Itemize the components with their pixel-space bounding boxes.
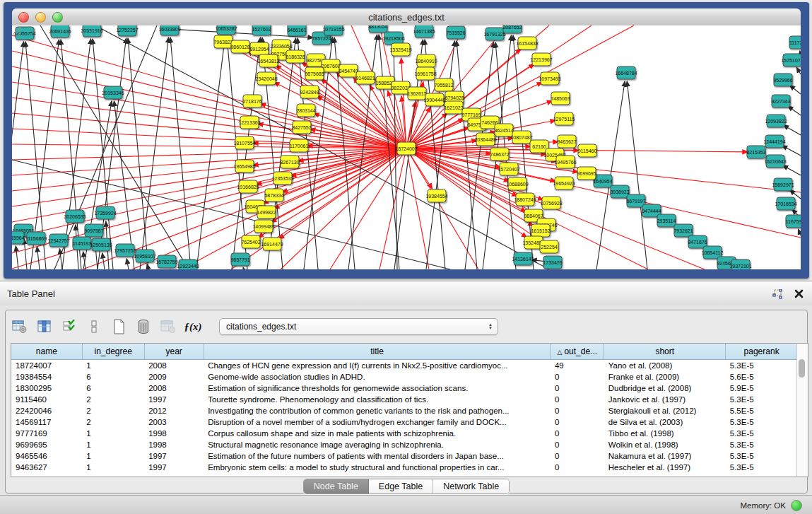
graph-node[interactable]: 2935114 xyxy=(657,214,676,228)
graph-node[interactable]: 252254 xyxy=(540,240,559,254)
graph-node[interactable]: 1733426 xyxy=(543,256,563,269)
graph-node[interactable]: 9115460 xyxy=(578,144,597,158)
graph-node[interactable]: 20364486 xyxy=(476,133,495,146)
graph-node[interactable]: 1145193 xyxy=(73,237,92,250)
table-row[interactable]: 969969511998Structural magnetic resonanc… xyxy=(11,439,797,450)
graph-node[interactable]: 10653287 xyxy=(217,25,236,35)
table-row[interactable]: 1830029562008Estimation of significance … xyxy=(11,382,797,394)
graph-node[interactable]: 12213363 xyxy=(240,116,259,129)
graph-node[interactable]: 7955812 xyxy=(435,78,454,92)
column-header-pagerank[interactable]: pagerank xyxy=(726,344,797,360)
graph-node[interactable]: 16782759 xyxy=(158,255,177,269)
graph-node[interactable]: 9463627 xyxy=(558,135,577,148)
new-column-icon[interactable] xyxy=(110,318,127,335)
graph-node[interactable]: 19384554 xyxy=(428,189,447,203)
graph-node[interactable]: 17016534 xyxy=(777,197,796,211)
graph-node[interactable]: 8186328 xyxy=(286,50,305,64)
graph-node[interactable]: 1167533 xyxy=(786,215,801,228)
graph-node[interactable]: 19654985 xyxy=(235,160,254,173)
table-row[interactable]: 911546021997Tourette syndrome. Phenomeno… xyxy=(11,394,797,405)
table-row[interactable]: 1872400712008Changes of HCN gene express… xyxy=(11,360,797,372)
graph-node[interactable]: 14099489 xyxy=(254,220,273,233)
graph-node[interactable]: 16791325 xyxy=(486,28,505,41)
tab-node-table[interactable]: Node Table xyxy=(304,479,369,493)
graph-node[interactable]: 16543812 xyxy=(259,54,278,68)
graph-node[interactable]: 2087652 xyxy=(503,25,522,34)
table-row[interactable]: 946362711997Embryonic stem cells: a mode… xyxy=(11,462,797,473)
graph-node[interactable]: 1621022 xyxy=(445,101,464,115)
hide-columns-icon[interactable] xyxy=(86,318,102,335)
graph-node[interactable]: 12975115 xyxy=(555,112,574,126)
table-settings-icon[interactable] xyxy=(11,318,28,335)
graph-node[interactable]: 2803144 xyxy=(297,104,316,117)
graph-node[interactable]: 9860128 xyxy=(231,40,250,54)
graph-node[interactable]: 1117352 xyxy=(789,36,801,49)
graph-node[interactable]: 18107554 xyxy=(235,136,254,150)
graph-node[interactable]: 23420046 xyxy=(257,72,276,86)
graph-node[interactable]: 8267130 xyxy=(281,156,300,169)
graph-node[interactable]: 9146821 xyxy=(356,71,375,85)
graph-node[interactable]: 16210643 xyxy=(766,155,785,168)
graph-node[interactable]: 14136141 xyxy=(514,252,533,266)
vertical-scrollbar[interactable] xyxy=(796,343,808,477)
float-window-icon[interactable] xyxy=(770,287,785,301)
graph-node[interactable]: 16648784 xyxy=(617,66,636,80)
graph-node[interactable]: 3915964 xyxy=(12,231,25,245)
graph-node[interactable]: 1170061 xyxy=(290,139,309,153)
graph-node[interactable]: 16914479 xyxy=(263,238,282,251)
graph-node[interactable]: 19495766 xyxy=(556,156,575,169)
select-all-columns-icon[interactable] xyxy=(61,318,78,335)
graph-node[interactable]: 14671385 xyxy=(415,25,434,38)
tab-network-table[interactable]: Network Table xyxy=(433,479,509,493)
table-row[interactable]: 1456911722003Disruption of a novel membe… xyxy=(11,416,797,428)
graph-node[interactable]: 10973493 xyxy=(541,72,560,86)
graph-node[interactable]: 12213967 xyxy=(532,53,551,66)
graph-node[interactable]: 9875685 xyxy=(305,67,324,81)
graph-node[interactable]: 1640954 xyxy=(594,175,613,188)
graph-node[interactable]: 20691406 xyxy=(51,25,70,38)
table-row[interactable]: 1938455462009Genome-wide association stu… xyxy=(11,371,797,382)
graph-node[interactable]: 16961758 xyxy=(416,67,435,81)
graph-node[interactable]: 19904448 xyxy=(425,93,445,107)
column-header-name[interactable]: name xyxy=(11,344,82,360)
graph-node[interactable]: 19654923 xyxy=(555,177,574,190)
graph-node[interactable]: 7515526 xyxy=(447,26,466,40)
graph-node[interactable]: 18640910 xyxy=(417,54,436,68)
graph-node[interactable]: 12342757 xyxy=(49,234,69,247)
delete-column-icon[interactable] xyxy=(135,318,152,335)
table-header-row[interactable]: namein_degreeyeartitle△out_de...shortpag… xyxy=(11,344,797,360)
close-panel-icon[interactable] xyxy=(791,287,806,301)
graph-node[interactable]: 9699695 xyxy=(577,167,596,180)
graph-node[interactable]: 7485063 xyxy=(551,92,570,105)
graph-node[interactable]: 20206535 xyxy=(66,210,85,223)
graph-node[interactable]: 9529966 xyxy=(774,74,793,87)
graph-node[interactable]: 10688609 xyxy=(508,177,527,191)
column-header-year[interactable]: year xyxy=(144,344,204,360)
resize-grip-icon[interactable] xyxy=(12,25,22,35)
graph-node[interactable]: 8215353 xyxy=(747,146,766,159)
graph-node[interactable]: 7625402 xyxy=(242,235,261,249)
graph-node[interactable]: 12505135 xyxy=(92,238,111,252)
graph-node[interactable]: 15692971 xyxy=(774,178,793,192)
graph-node[interactable]: 12093822 xyxy=(767,115,786,128)
import-table-icon[interactable] xyxy=(160,318,177,335)
graph-node[interactable]: 12353533 xyxy=(273,172,293,185)
column-header-outde[interactable]: △out_de... xyxy=(551,344,604,360)
graph-node[interactable]: 2718176 xyxy=(243,95,262,108)
graph-node[interactable]: 1499822 xyxy=(257,206,276,219)
graph-node[interactable]: 8427552 xyxy=(293,121,312,134)
graph-node[interactable]: 10958107 xyxy=(136,250,155,263)
network-canvas[interactable]: 1872400714055754206914062053191612752257… xyxy=(12,25,801,269)
tab-edge-table[interactable]: Edge Table xyxy=(369,479,433,493)
table-row[interactable]: 977716911998Corpus callosum shape and si… xyxy=(11,428,797,439)
graph-node[interactable]: 9097587 xyxy=(85,224,104,238)
scrollbar-thumb[interactable] xyxy=(799,359,805,378)
graph-node[interactable]: 16033809 xyxy=(160,25,180,36)
show-columns-icon[interactable] xyxy=(36,318,53,335)
table-row[interactable]: 946554611997Estimation of the future num… xyxy=(11,450,797,462)
graph-node[interactable]: 12923448 xyxy=(179,259,198,270)
network-window-titlebar[interactable]: citations_edges.txt xyxy=(12,8,801,26)
graph-node[interactable]: 15720407 xyxy=(500,163,519,176)
column-header-title[interactable]: title xyxy=(204,344,551,360)
graph-node[interactable]: 1527602 xyxy=(252,25,271,36)
